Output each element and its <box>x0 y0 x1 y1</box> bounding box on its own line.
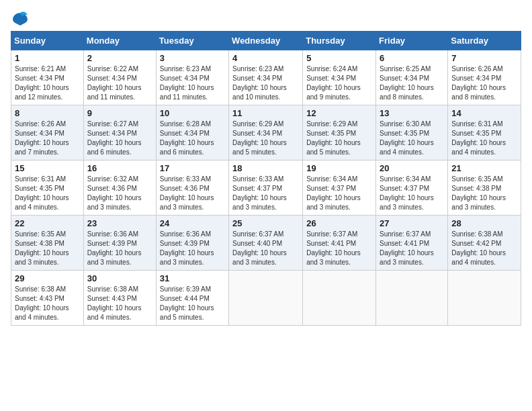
day-info: Sunset: 4:41 PM <box>306 239 372 248</box>
day-info: Daylight: 10 hours and 3 minutes. <box>380 193 444 212</box>
day-info: Sunset: 4:42 PM <box>451 239 517 248</box>
day-info: Sunrise: 6:24 AM <box>306 64 372 74</box>
calendar-cell: 9Sunrise: 6:27 AMSunset: 4:34 PMDaylight… <box>83 105 156 161</box>
day-info: Daylight: 10 hours and 6 minutes. <box>160 138 225 157</box>
day-info: Daylight: 10 hours and 3 minutes. <box>232 248 299 267</box>
day-info: Sunset: 4:35 PM <box>451 129 517 138</box>
calendar-header-tuesday: Tuesday <box>156 32 228 50</box>
day-info: Sunrise: 6:29 AM <box>306 120 372 129</box>
day-number: 10 <box>160 108 225 118</box>
day-number: 1 <box>15 53 80 63</box>
day-info: Sunrise: 6:21 AM <box>15 64 80 74</box>
calendar-week-2: 8Sunrise: 6:26 AMSunset: 4:34 PMDaylight… <box>11 105 521 161</box>
day-number: 3 <box>160 53 225 63</box>
day-number: 24 <box>160 218 225 228</box>
day-info: Sunset: 4:38 PM <box>451 184 517 193</box>
day-info: Sunrise: 6:27 AM <box>87 120 152 129</box>
calendar-cell: 8Sunrise: 6:26 AMSunset: 4:34 PMDaylight… <box>11 105 84 161</box>
day-info: Sunrise: 6:33 AM <box>232 175 299 184</box>
day-number: 26 <box>306 218 372 228</box>
day-number: 29 <box>15 273 80 283</box>
calendar-cell: 26Sunrise: 6:37 AMSunset: 4:41 PMDayligh… <box>303 216 376 271</box>
day-info: Daylight: 10 hours and 11 minutes. <box>87 83 152 102</box>
day-info: Daylight: 10 hours and 12 minutes. <box>15 83 80 102</box>
calendar-cell <box>376 271 448 326</box>
calendar-cell: 17Sunrise: 6:33 AMSunset: 4:36 PMDayligh… <box>156 161 228 216</box>
day-info: Daylight: 10 hours and 11 minutes. <box>160 83 225 102</box>
calendar-cell: 18Sunrise: 6:33 AMSunset: 4:37 PMDayligh… <box>229 161 303 216</box>
day-info: Sunset: 4:34 PM <box>306 74 372 83</box>
day-info: Sunrise: 6:26 AM <box>15 120 80 129</box>
calendar-week-5: 29Sunrise: 6:38 AMSunset: 4:43 PMDayligh… <box>11 271 521 326</box>
day-info: Sunrise: 6:30 AM <box>380 120 444 129</box>
calendar-week-4: 22Sunrise: 6:35 AMSunset: 4:38 PMDayligh… <box>11 216 521 271</box>
day-info: Sunrise: 6:32 AM <box>87 175 152 184</box>
day-number: 23 <box>87 218 152 228</box>
day-number: 5 <box>306 53 372 63</box>
day-info: Sunset: 4:39 PM <box>87 239 152 248</box>
day-info: Daylight: 10 hours and 4 minutes. <box>15 304 80 322</box>
day-info: Sunrise: 6:34 AM <box>306 175 372 184</box>
logo-bird-icon <box>11 11 30 26</box>
day-info: Sunset: 4:36 PM <box>160 184 225 193</box>
calendar-cell: 27Sunrise: 6:37 AMSunset: 4:41 PMDayligh… <box>376 216 448 271</box>
calendar-cell: 5Sunrise: 6:24 AMSunset: 4:34 PMDaylight… <box>303 50 376 105</box>
calendar-week-1: 1Sunrise: 6:21 AMSunset: 4:34 PMDaylight… <box>11 50 521 105</box>
day-info: Daylight: 10 hours and 3 minutes. <box>306 248 372 267</box>
calendar-cell: 4Sunrise: 6:23 AMSunset: 4:34 PMDaylight… <box>229 50 303 105</box>
calendar-week-3: 15Sunrise: 6:31 AMSunset: 4:35 PMDayligh… <box>11 161 521 216</box>
day-number: 31 <box>160 273 225 283</box>
day-info: Sunset: 4:34 PM <box>87 129 152 138</box>
day-info: Sunset: 4:40 PM <box>232 239 299 248</box>
day-number: 11 <box>232 108 299 118</box>
day-info: Sunrise: 6:35 AM <box>15 230 80 239</box>
day-info: Daylight: 10 hours and 8 minutes. <box>380 83 444 102</box>
day-info: Daylight: 10 hours and 5 minutes. <box>306 138 372 157</box>
day-info: Sunset: 4:34 PM <box>160 74 225 83</box>
day-info: Daylight: 10 hours and 8 minutes. <box>451 83 517 102</box>
day-info: Sunrise: 6:31 AM <box>15 175 80 184</box>
day-number: 2 <box>87 53 152 63</box>
day-info: Sunrise: 6:29 AM <box>232 120 299 129</box>
day-info: Sunrise: 6:34 AM <box>380 175 444 184</box>
day-number: 21 <box>451 163 517 173</box>
page-header <box>11 11 521 26</box>
day-number: 15 <box>15 163 80 173</box>
day-info: Daylight: 10 hours and 6 minutes. <box>87 138 152 157</box>
day-number: 8 <box>15 108 80 118</box>
day-info: Daylight: 10 hours and 4 minutes. <box>15 193 80 212</box>
calendar-cell <box>229 271 303 326</box>
day-info: Sunset: 4:35 PM <box>15 184 80 193</box>
day-info: Sunset: 4:34 PM <box>160 129 225 138</box>
calendar-cell <box>303 271 376 326</box>
day-info: Sunset: 4:34 PM <box>87 74 152 83</box>
day-number: 20 <box>380 163 444 173</box>
day-info: Sunset: 4:36 PM <box>87 184 152 193</box>
day-info: Sunset: 4:35 PM <box>380 129 444 138</box>
day-info: Sunrise: 6:37 AM <box>380 230 444 239</box>
day-number: 28 <box>451 218 517 228</box>
day-info: Sunset: 4:34 PM <box>15 129 80 138</box>
day-info: Daylight: 10 hours and 3 minutes. <box>87 193 152 212</box>
calendar-cell: 10Sunrise: 6:28 AMSunset: 4:34 PMDayligh… <box>156 105 228 161</box>
calendar-header-monday: Monday <box>83 32 156 50</box>
day-info: Daylight: 10 hours and 3 minutes. <box>306 193 372 212</box>
day-info: Sunrise: 6:38 AM <box>87 285 152 294</box>
calendar-cell: 11Sunrise: 6:29 AMSunset: 4:34 PMDayligh… <box>229 105 303 161</box>
day-info: Sunset: 4:34 PM <box>232 129 299 138</box>
calendar-header-saturday: Saturday <box>448 32 521 50</box>
day-number: 4 <box>232 53 299 63</box>
calendar-header-row: SundayMondayTuesdayWednesdayThursdayFrid… <box>11 32 521 50</box>
day-info: Sunset: 4:37 PM <box>232 184 299 193</box>
day-info: Sunrise: 6:38 AM <box>451 230 517 239</box>
day-info: Daylight: 10 hours and 4 minutes. <box>87 304 152 322</box>
calendar-cell: 23Sunrise: 6:36 AMSunset: 4:39 PMDayligh… <box>83 216 156 271</box>
calendar-cell: 2Sunrise: 6:22 AMSunset: 4:34 PMDaylight… <box>83 50 156 105</box>
calendar-cell: 1Sunrise: 6:21 AMSunset: 4:34 PMDaylight… <box>11 50 84 105</box>
day-number: 18 <box>232 163 299 173</box>
calendar-cell: 25Sunrise: 6:37 AMSunset: 4:40 PMDayligh… <box>229 216 303 271</box>
day-info: Daylight: 10 hours and 3 minutes. <box>451 193 517 212</box>
day-info: Sunrise: 6:38 AM <box>15 285 80 294</box>
day-number: 9 <box>87 108 152 118</box>
day-number: 16 <box>87 163 152 173</box>
